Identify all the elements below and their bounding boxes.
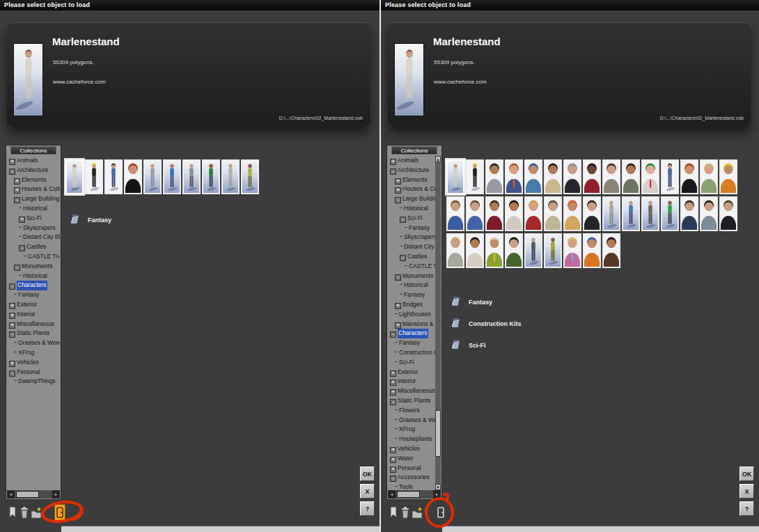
collapse-icon[interactable]: - — [395, 197, 401, 203]
object-thumbnail-selected[interactable] — [65, 159, 84, 194]
tree-item[interactable]: Grasses & Weeds — [7, 338, 60, 348]
collapse-icon[interactable]: - — [390, 331, 396, 338]
tree-horizontal-scrollbar[interactable]: ◂ ▸ — [7, 490, 60, 499]
scrollbar-thumb[interactable] — [435, 410, 441, 457]
tree-item[interactable]: -Large Buildings — [388, 194, 441, 204]
object-thumbnail[interactable] — [544, 159, 562, 194]
object-thumbnail[interactable] — [544, 196, 562, 231]
expand-icon[interactable]: + — [14, 178, 20, 185]
tree-item[interactable]: -Personal — [7, 368, 60, 377]
content-scrollbar[interactable] — [442, 526, 759, 532]
tree-item[interactable]: Construction Kits — [388, 348, 441, 358]
object-thumbnail[interactable] — [446, 233, 464, 268]
tree-item[interactable]: -Accessories — [388, 473, 441, 483]
object-thumbnail[interactable] — [583, 159, 601, 194]
tree-item[interactable]: +Bridges — [388, 300, 441, 310]
expand-icon[interactable]: + — [390, 447, 396, 453]
expand-icon[interactable]: + — [390, 380, 396, 386]
subfolder-item[interactable]: Construction Kits — [449, 315, 740, 333]
object-thumbnail[interactable] — [661, 196, 679, 231]
tree-item[interactable]: +Sci-Fi — [7, 214, 60, 224]
object-thumbnail[interactable] — [485, 233, 503, 268]
object-thumbnail[interactable] — [466, 233, 484, 268]
tree-item[interactable]: Skyscrapers — [7, 224, 60, 233]
tree-item[interactable]: -Static Plants — [388, 396, 441, 406]
tree-item[interactable]: Fantasy — [388, 338, 441, 348]
object-thumbnail[interactable] — [680, 159, 698, 194]
tree-item[interactable]: -Castles — [7, 242, 60, 252]
object-thumbnail[interactable] — [124, 159, 142, 194]
object-thumbnail-selected[interactable] — [446, 159, 464, 194]
expand-icon[interactable]: + — [9, 313, 15, 319]
object-thumbnail[interactable] — [143, 159, 162, 194]
expand-icon[interactable]: + — [390, 370, 396, 377]
tree-item[interactable]: +Exterior — [388, 368, 441, 377]
tree-item[interactable]: -Characters — [388, 329, 441, 338]
object-thumbnail[interactable] — [563, 196, 581, 231]
object-thumbnail[interactable] — [602, 159, 620, 194]
collapse-icon[interactable]: - — [9, 370, 15, 377]
object-thumbnail[interactable] — [104, 159, 123, 194]
subfolder-item[interactable]: Sci-Fi — [449, 336, 740, 354]
tree-item[interactable]: Sci-Fi — [388, 358, 441, 368]
tree-item[interactable]: Distant City Blocks — [7, 233, 60, 242]
collapse-icon[interactable]: - — [19, 245, 25, 251]
expand-icon[interactable]: + — [9, 159, 15, 165]
object-thumbnail[interactable] — [485, 159, 503, 194]
bookmark-icon[interactable] — [388, 505, 399, 520]
scroll-right-arrow-icon[interactable]: ▸ — [433, 490, 441, 499]
tree-item[interactable]: -Architecture — [7, 166, 60, 175]
help-button[interactable]: ? — [740, 501, 754, 516]
object-thumbnail[interactable] — [524, 159, 542, 194]
object-thumbnail[interactable] — [524, 233, 542, 268]
tree-item[interactable]: Fantasy — [388, 290, 441, 300]
collapse-icon[interactable]: - — [400, 217, 406, 223]
collapse-icon[interactable]: - — [390, 169, 396, 175]
expand-icon[interactable]: + — [395, 322, 401, 329]
scroll-left-arrow-icon[interactable]: ◂ — [7, 490, 15, 499]
ok-button[interactable]: OK — [740, 467, 754, 481]
tree-item[interactable]: +Animals — [7, 156, 60, 166]
tree-item[interactable]: Fantasy — [388, 224, 441, 233]
object-thumbnail[interactable] — [700, 196, 718, 231]
object-thumbnail[interactable] — [524, 196, 542, 231]
tree-item[interactable]: +Vehicles — [388, 444, 441, 454]
object-thumbnail[interactable] — [182, 159, 201, 194]
new-folder-icon[interactable] — [412, 505, 423, 520]
object-thumbnail[interactable] — [446, 196, 464, 231]
tree-item[interactable]: Distant City Blocks — [388, 242, 441, 252]
collapse-icon[interactable]: - — [14, 265, 20, 271]
object-thumbnail[interactable] — [622, 159, 640, 194]
tree-item[interactable]: +Miscellaneous — [388, 386, 441, 396]
ok-button[interactable]: OK — [360, 467, 375, 481]
object-thumbnail[interactable] — [602, 196, 620, 231]
tree-item[interactable]: -Characters — [7, 281, 60, 290]
expand-icon[interactable]: + — [9, 303, 15, 309]
tree-item[interactable]: SwampThings — [7, 377, 60, 386]
tree-vertical-scrollbar[interactable]: ▲ ▼ — [435, 156, 441, 490]
content-scrollbar[interactable] — [61, 526, 380, 532]
object-thumbnail[interactable] — [583, 196, 601, 231]
subfolder-item[interactable]: Fantasy — [449, 293, 740, 311]
tree-item[interactable]: -Monuments — [7, 262, 60, 272]
object-thumbnail[interactable] — [719, 159, 737, 194]
object-thumbnail[interactable] — [563, 159, 581, 194]
object-thumbnail[interactable] — [622, 196, 640, 231]
tree-item[interactable]: Skyscrapers — [388, 233, 441, 242]
collapse-icon[interactable]: - — [395, 274, 401, 281]
collections-header-button[interactable]: Collections — [391, 146, 437, 155]
tree-item[interactable]: Lighthouses — [388, 310, 441, 320]
tree-item[interactable]: +Exterior — [7, 300, 60, 310]
object-thumbnail[interactable] — [505, 233, 523, 268]
object-thumbnail[interactable] — [241, 159, 259, 194]
object-thumbnail[interactable] — [661, 159, 679, 194]
object-thumbnail[interactable] — [602, 233, 620, 268]
tree-item[interactable]: +Elements — [7, 175, 60, 185]
expand-icon[interactable]: + — [9, 361, 15, 367]
tree-item[interactable]: +Mansions & Manors — [388, 320, 441, 329]
collapse-icon[interactable]: - — [390, 476, 396, 482]
expand-icon[interactable]: + — [395, 303, 401, 309]
tree-item[interactable]: XFrog — [7, 348, 60, 358]
scrollbar-thumb[interactable] — [16, 491, 39, 498]
tree-item[interactable]: -Static Plants — [7, 329, 60, 338]
